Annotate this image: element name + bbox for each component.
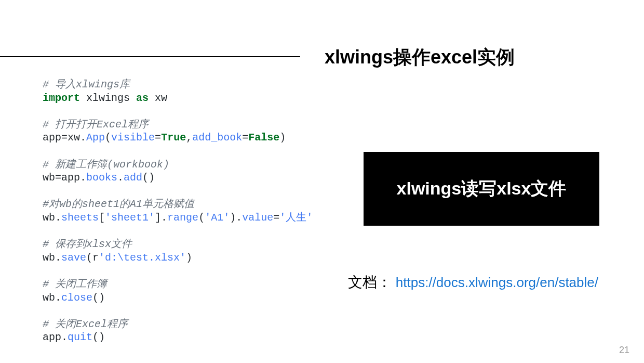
doc-label: 文档： — [348, 274, 392, 290]
code-comment: # 打开打开Excel程序 — [43, 119, 149, 131]
code-text: . — [117, 172, 124, 184]
code-text: ] — [155, 212, 161, 224]
code-string: 'A1' — [205, 212, 230, 224]
code-text: , — [186, 132, 192, 144]
code-text: . — [80, 132, 86, 144]
code-text: app — [43, 331, 61, 343]
code-comment: # 关闭工作簿 — [43, 278, 107, 290]
code-string: 'd:\test.xlsx' — [99, 252, 186, 264]
doc-line: 文档： https://docs.xlwings.org/en/stable/ — [348, 273, 598, 292]
code-text: ( — [105, 132, 111, 144]
code-text: r — [92, 252, 99, 264]
code-string: '人生' — [279, 212, 313, 224]
code-attr: add_book — [192, 132, 242, 144]
code-text: . — [61, 331, 68, 343]
callout-box: xlwings读写xlsx文件 — [364, 152, 599, 226]
code-text: ( — [198, 212, 205, 224]
code-literal: False — [248, 132, 279, 144]
code-text: app — [43, 132, 61, 144]
code-text: = — [273, 212, 279, 224]
code-text: ) — [186, 252, 192, 264]
code-comment: # 关闭Excel程序 — [43, 318, 128, 330]
code-text: wb — [43, 212, 55, 224]
code-attr: value — [242, 212, 273, 224]
code-keyword: as — [136, 92, 149, 104]
code-text: = — [242, 132, 248, 144]
code-string: 'sheet1' — [105, 212, 155, 224]
code-text: = — [61, 132, 68, 144]
code-text: . — [161, 212, 167, 224]
code-text: . — [55, 212, 61, 224]
code-text: app — [61, 172, 80, 184]
code-comment: # 导入xlwings库 — [43, 79, 130, 90]
code-text: = — [55, 172, 61, 184]
code-literal: True — [161, 132, 186, 144]
code-text: () — [92, 331, 105, 343]
callout-text: xlwings读写xlsx文件 — [397, 177, 567, 201]
code-text: () — [92, 292, 105, 304]
code-attr: sheets — [61, 212, 99, 224]
code-attr: books — [86, 172, 117, 184]
code-attr: add — [124, 172, 142, 184]
code-attr: App — [86, 132, 105, 144]
code-text: . — [55, 292, 61, 304]
code-text: wb — [43, 172, 55, 184]
code-text: ) — [230, 212, 236, 224]
code-text: ) — [279, 132, 286, 144]
code-comment: #对wb的sheet1的A1单元格赋值 — [43, 198, 194, 210]
horizontal-rule — [0, 56, 300, 57]
code-comment: # 保存到xlsx文件 — [43, 238, 132, 250]
code-text: () — [142, 172, 155, 184]
code-text: . — [55, 252, 61, 264]
code-text: . — [80, 172, 86, 184]
code-text: xw — [68, 132, 80, 144]
code-block: # 导入xlwings库 import xlwings as xw # 打开打开… — [43, 78, 313, 344]
slide-title: xlwings操作excel实例 — [325, 45, 515, 70]
code-comment: # 新建工作簿(workbook) — [43, 159, 169, 171]
code-text: wb — [43, 252, 55, 264]
code-text: xlwings — [86, 92, 130, 104]
code-attr: range — [167, 212, 198, 224]
code-attr: quit — [68, 331, 92, 343]
code-attr: visible — [111, 132, 155, 144]
code-keyword: import — [43, 92, 80, 104]
code-text: ( — [86, 252, 92, 264]
code-attr: close — [61, 292, 92, 304]
doc-link[interactable]: https://docs.xlwings.org/en/stable/ — [396, 275, 598, 290]
code-text: = — [155, 132, 161, 144]
code-text: xw — [155, 92, 167, 104]
code-text: wb — [43, 292, 55, 304]
code-attr: save — [61, 252, 86, 264]
code-text: . — [236, 212, 242, 224]
code-text: [ — [99, 212, 105, 224]
page-number: 21 — [619, 345, 629, 356]
